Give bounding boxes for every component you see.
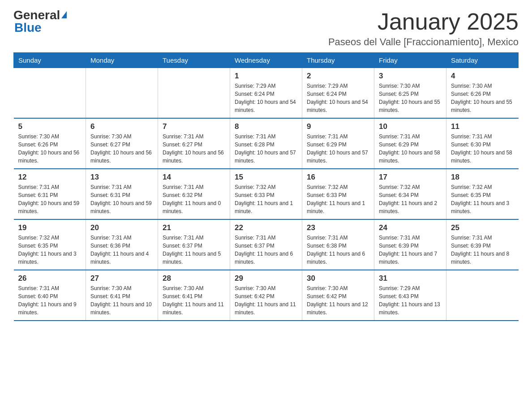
calendar-cell: 17Sunrise: 7:32 AMSunset: 6:34 PMDayligh… bbox=[374, 169, 446, 219]
day-number: 21 bbox=[163, 223, 225, 232]
day-info: Sunrise: 7:31 AMSunset: 6:37 PMDaylight:… bbox=[163, 234, 225, 266]
day-info: Sunrise: 7:31 AMSunset: 6:39 PMDaylight:… bbox=[379, 234, 442, 266]
subtitle: Paseos del Valle [Fraccionamiento], Mexi… bbox=[328, 36, 519, 48]
calendar-header-tuesday: Tuesday bbox=[158, 53, 230, 68]
day-number: 14 bbox=[163, 173, 225, 182]
day-number: 9 bbox=[307, 122, 369, 131]
day-info: Sunrise: 7:30 AMSunset: 6:26 PMDaylight:… bbox=[18, 133, 82, 165]
day-info: Sunrise: 7:30 AMSunset: 6:42 PMDaylight:… bbox=[235, 284, 297, 317]
day-info: Sunrise: 7:32 AMSunset: 6:35 PMDaylight:… bbox=[451, 183, 514, 215]
calendar-cell: 22Sunrise: 7:31 AMSunset: 6:37 PMDayligh… bbox=[230, 219, 302, 270]
calendar-cell: 16Sunrise: 7:32 AMSunset: 6:33 PMDayligh… bbox=[302, 169, 374, 219]
day-number: 1 bbox=[235, 72, 297, 81]
day-number: 16 bbox=[307, 173, 369, 182]
calendar-header-row: SundayMondayTuesdayWednesdayThursdayFrid… bbox=[14, 53, 519, 68]
day-info: Sunrise: 7:30 AMSunset: 6:26 PMDaylight:… bbox=[451, 82, 514, 114]
logo-text-blue: Blue bbox=[14, 21, 42, 34]
calendar-cell: 19Sunrise: 7:32 AMSunset: 6:35 PMDayligh… bbox=[14, 219, 86, 270]
day-info: Sunrise: 7:30 AMSunset: 6:42 PMDaylight:… bbox=[307, 284, 369, 317]
day-number: 10 bbox=[379, 122, 442, 131]
calendar-cell: 27Sunrise: 7:30 AMSunset: 6:41 PMDayligh… bbox=[86, 270, 158, 321]
day-number: 11 bbox=[451, 122, 514, 131]
day-info: Sunrise: 7:31 AMSunset: 6:40 PMDaylight:… bbox=[18, 284, 82, 317]
day-info: Sunrise: 7:31 AMSunset: 6:39 PMDaylight:… bbox=[451, 234, 514, 266]
calendar-cell: 26Sunrise: 7:31 AMSunset: 6:40 PMDayligh… bbox=[14, 270, 86, 321]
day-info: Sunrise: 7:30 AMSunset: 6:27 PMDaylight:… bbox=[90, 133, 153, 165]
day-number: 24 bbox=[379, 223, 442, 232]
calendar-cell: 9Sunrise: 7:31 AMSunset: 6:29 PMDaylight… bbox=[302, 118, 374, 169]
calendar-cell bbox=[14, 68, 86, 119]
calendar-cell bbox=[446, 270, 519, 321]
main-title: January 2025 bbox=[328, 9, 519, 34]
day-info: Sunrise: 7:32 AMSunset: 6:34 PMDaylight:… bbox=[379, 183, 442, 215]
day-number: 5 bbox=[18, 122, 82, 131]
calendar-cell: 12Sunrise: 7:31 AMSunset: 6:31 PMDayligh… bbox=[14, 169, 86, 219]
day-number: 27 bbox=[90, 274, 153, 283]
day-number: 28 bbox=[163, 274, 225, 283]
day-info: Sunrise: 7:31 AMSunset: 6:36 PMDaylight:… bbox=[90, 234, 153, 266]
calendar-cell: 4Sunrise: 7:30 AMSunset: 6:26 PMDaylight… bbox=[446, 68, 519, 119]
calendar-cell: 3Sunrise: 7:30 AMSunset: 6:25 PMDaylight… bbox=[374, 68, 446, 119]
day-info: Sunrise: 7:31 AMSunset: 6:29 PMDaylight:… bbox=[307, 133, 369, 165]
calendar-week-2: 5Sunrise: 7:30 AMSunset: 6:26 PMDaylight… bbox=[14, 118, 519, 169]
day-number: 31 bbox=[379, 274, 442, 283]
day-info: Sunrise: 7:32 AMSunset: 6:35 PMDaylight:… bbox=[18, 234, 82, 266]
day-info: Sunrise: 7:31 AMSunset: 6:30 PMDaylight:… bbox=[451, 133, 514, 165]
day-number: 17 bbox=[379, 173, 442, 182]
calendar-header-wednesday: Wednesday bbox=[230, 53, 302, 68]
day-info: Sunrise: 7:30 AMSunset: 6:25 PMDaylight:… bbox=[379, 82, 442, 114]
calendar-cell: 14Sunrise: 7:31 AMSunset: 6:32 PMDayligh… bbox=[158, 169, 230, 219]
logo: General Blue bbox=[13, 9, 67, 34]
calendar-cell: 6Sunrise: 7:30 AMSunset: 6:27 PMDaylight… bbox=[86, 118, 158, 169]
calendar-week-5: 26Sunrise: 7:31 AMSunset: 6:40 PMDayligh… bbox=[14, 270, 519, 321]
calendar-cell: 10Sunrise: 7:31 AMSunset: 6:29 PMDayligh… bbox=[374, 118, 446, 169]
calendar-header-saturday: Saturday bbox=[446, 53, 519, 68]
calendar-cell: 21Sunrise: 7:31 AMSunset: 6:37 PMDayligh… bbox=[158, 219, 230, 270]
day-number: 7 bbox=[163, 122, 225, 131]
day-number: 3 bbox=[379, 72, 442, 81]
calendar-cell: 15Sunrise: 7:32 AMSunset: 6:33 PMDayligh… bbox=[230, 169, 302, 219]
calendar-header-thursday: Thursday bbox=[302, 53, 374, 68]
day-number: 15 bbox=[235, 173, 297, 182]
calendar-cell: 25Sunrise: 7:31 AMSunset: 6:39 PMDayligh… bbox=[446, 219, 519, 270]
calendar-header-friday: Friday bbox=[374, 53, 446, 68]
day-number: 30 bbox=[307, 274, 369, 283]
day-info: Sunrise: 7:30 AMSunset: 6:41 PMDaylight:… bbox=[163, 284, 225, 317]
day-info: Sunrise: 7:31 AMSunset: 6:38 PMDaylight:… bbox=[307, 234, 369, 266]
day-number: 18 bbox=[451, 173, 514, 182]
day-number: 4 bbox=[451, 72, 514, 81]
calendar-cell: 23Sunrise: 7:31 AMSunset: 6:38 PMDayligh… bbox=[302, 219, 374, 270]
day-info: Sunrise: 7:31 AMSunset: 6:32 PMDaylight:… bbox=[163, 183, 225, 215]
day-number: 12 bbox=[18, 173, 82, 182]
day-info: Sunrise: 7:29 AMSunset: 6:43 PMDaylight:… bbox=[379, 284, 442, 317]
title-section: January 2025 Paseos del Valle [Fracciona… bbox=[328, 9, 519, 48]
day-info: Sunrise: 7:32 AMSunset: 6:33 PMDaylight:… bbox=[307, 183, 369, 215]
day-number: 8 bbox=[235, 122, 297, 131]
page-header: General Blue January 2025 Paseos del Val… bbox=[13, 9, 519, 48]
day-number: 2 bbox=[307, 72, 369, 81]
day-info: Sunrise: 7:31 AMSunset: 6:31 PMDaylight:… bbox=[90, 183, 153, 215]
calendar-header-monday: Monday bbox=[86, 53, 158, 68]
day-number: 25 bbox=[451, 223, 514, 232]
day-info: Sunrise: 7:30 AMSunset: 6:41 PMDaylight:… bbox=[90, 284, 153, 317]
calendar-week-3: 12Sunrise: 7:31 AMSunset: 6:31 PMDayligh… bbox=[14, 169, 519, 219]
day-number: 6 bbox=[90, 122, 153, 131]
calendar-week-1: 1Sunrise: 7:29 AMSunset: 6:24 PMDaylight… bbox=[14, 68, 519, 119]
day-number: 22 bbox=[235, 223, 297, 232]
calendar-cell: 2Sunrise: 7:29 AMSunset: 6:24 PMDaylight… bbox=[302, 68, 374, 119]
day-info: Sunrise: 7:31 AMSunset: 6:27 PMDaylight:… bbox=[163, 133, 225, 165]
calendar-cell: 7Sunrise: 7:31 AMSunset: 6:27 PMDaylight… bbox=[158, 118, 230, 169]
day-number: 13 bbox=[90, 173, 153, 182]
day-info: Sunrise: 7:31 AMSunset: 6:29 PMDaylight:… bbox=[379, 133, 442, 165]
day-info: Sunrise: 7:32 AMSunset: 6:33 PMDaylight:… bbox=[235, 183, 297, 215]
calendar-cell bbox=[158, 68, 230, 119]
calendar-cell: 11Sunrise: 7:31 AMSunset: 6:30 PMDayligh… bbox=[446, 118, 519, 169]
calendar-cell: 1Sunrise: 7:29 AMSunset: 6:24 PMDaylight… bbox=[230, 68, 302, 119]
logo-text-general: General bbox=[13, 9, 60, 21]
logo-triangle-icon bbox=[61, 11, 67, 18]
calendar-cell: 5Sunrise: 7:30 AMSunset: 6:26 PMDaylight… bbox=[14, 118, 86, 169]
calendar-cell: 29Sunrise: 7:30 AMSunset: 6:42 PMDayligh… bbox=[230, 270, 302, 321]
calendar-cell: 18Sunrise: 7:32 AMSunset: 6:35 PMDayligh… bbox=[446, 169, 519, 219]
day-info: Sunrise: 7:31 AMSunset: 6:37 PMDaylight:… bbox=[235, 234, 297, 266]
calendar: SundayMondayTuesdayWednesdayThursdayFrid… bbox=[13, 52, 519, 321]
